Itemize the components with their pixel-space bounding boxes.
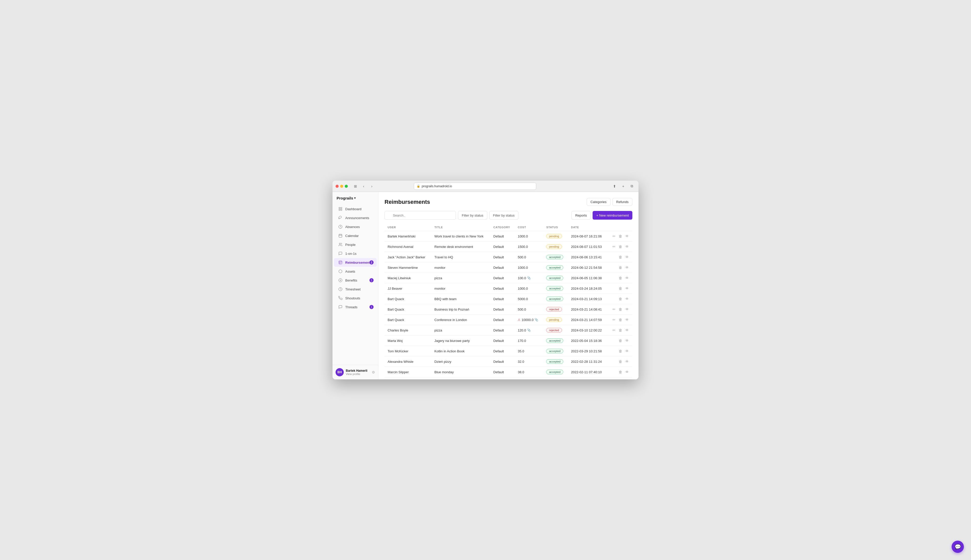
delete-action-icon[interactable]: 🗑 (618, 275, 623, 280)
status-badge: pending (546, 244, 562, 249)
cell-user: Marcin Slipper (384, 367, 431, 377)
svg-rect-5 (339, 234, 342, 237)
sidebar-nav: DashboardAnnouncementsAbsencesCalendarPe… (333, 203, 378, 365)
filter-status-2[interactable]: Filter by status (489, 211, 519, 220)
view-action-icon[interactable]: 👁 (625, 275, 629, 280)
cell-cost: 1500.0 (515, 242, 543, 252)
cell-category: Default (490, 346, 515, 357)
view-action-icon[interactable]: 👁 (625, 338, 629, 343)
sidebar-label-1on1s: 1-on-1s (345, 252, 356, 255)
cell-cost: 5000.0 (515, 294, 543, 304)
edit-action-icon[interactable]: ✏ (612, 317, 616, 322)
edit-action-icon[interactable]: ✏ (612, 244, 616, 249)
sidebar-item-timesheet[interactable]: Timesheet (334, 285, 377, 293)
attachment-icon: 📎 (535, 318, 538, 322)
cell-status: accepted (543, 346, 568, 357)
view-action-icon[interactable]: 👁 (625, 359, 629, 364)
delete-action-icon[interactable]: 🗑 (618, 348, 623, 353)
delete-action-icon[interactable]: 🗑 (618, 286, 623, 291)
sidebar-label-calendar: Calendar (345, 234, 359, 238)
col-date: DATE (568, 224, 607, 231)
view-action-icon[interactable]: 👁 (625, 348, 629, 353)
view-action-icon[interactable]: 👁 (625, 255, 629, 260)
delete-action-icon[interactable]: 🗑 (618, 338, 623, 343)
sidebar-item-announcements[interactable]: Announcements (334, 213, 377, 222)
view-action-icon[interactable]: 👁 (625, 233, 629, 239)
view-action-icon[interactable]: 👁 (625, 296, 629, 302)
sidebar-item-1on1s[interactable]: 1-on-1s (334, 249, 377, 258)
chat-fab-button[interactable]: 💬 (952, 541, 964, 553)
sidebar-item-dashboard[interactable]: Dashboard (334, 205, 377, 213)
badge-reimbursements: 2 (369, 260, 374, 265)
cell-title: Conference in London (431, 315, 490, 325)
view-action-icon[interactable]: 👁 (625, 328, 629, 333)
sidebar-label-benefits: Benefits (345, 278, 357, 282)
view-action-icon[interactable]: 👁 (625, 244, 629, 249)
delete-action-icon[interactable]: 🗑 (618, 233, 623, 239)
close-button[interactable] (336, 185, 339, 188)
sidebar-toggle[interactable]: ⊞ (352, 183, 359, 189)
delete-action-icon[interactable]: 🗑 (618, 317, 623, 322)
cell-cost: 500.0 (515, 252, 543, 262)
view-action-icon[interactable]: 👁 (625, 317, 629, 322)
sidebar-item-calendar[interactable]: Calendar (334, 231, 377, 240)
new-tab-button[interactable]: + (620, 183, 627, 189)
status-badge: accepted (546, 276, 563, 280)
maximize-button[interactable] (345, 185, 348, 188)
tabs-button[interactable]: ⧉ (628, 183, 635, 189)
cell-title: Business trip to Poznań (431, 304, 490, 315)
cell-actions: 🗑👁 (607, 357, 632, 367)
cost-value: 100.0 (518, 276, 526, 280)
edit-action-icon[interactable]: ✏ (612, 328, 616, 333)
delete-action-icon[interactable]: 🗑 (618, 265, 623, 270)
threads-icon (338, 305, 343, 309)
sidebar-item-absences[interactable]: Absences (334, 222, 377, 231)
reports-button[interactable]: Reports (572, 211, 591, 220)
app-window: ⊞ ‹ › 🔒 prograils.humadroid.io ⬆ + ⧉ Pro… (333, 181, 638, 379)
status-badge: accepted (546, 265, 563, 270)
edit-action-icon[interactable]: ✏ (612, 307, 616, 312)
view-profile-link[interactable]: View profile (346, 372, 370, 375)
filter-status-1[interactable]: Filter by status (458, 211, 487, 220)
delete-action-icon[interactable]: 🗑 (618, 307, 623, 312)
user-settings-icon[interactable]: ⚙ (372, 370, 375, 374)
sidebar-item-benefits[interactable]: Benefits1 (334, 276, 377, 285)
table-row: JJ BeavermonitorDefault1000.0accepted202… (384, 283, 632, 294)
delete-action-icon[interactable]: 🗑 (618, 255, 623, 260)
sidebar-item-people[interactable]: People (334, 240, 377, 249)
refunds-button[interactable]: Refunds (612, 198, 632, 206)
assets-icon (338, 269, 343, 273)
sidebar-item-threads[interactable]: Threads1 (334, 303, 377, 311)
table-head: USERTITLECATEGORYCOSTSTATUSDATE (384, 224, 632, 231)
share-button[interactable]: ⬆ (611, 183, 618, 189)
new-reimbursement-button[interactable]: + New reimbursement (593, 211, 632, 220)
col-cost: COST (515, 224, 543, 231)
cell-status: accepted (543, 294, 568, 304)
view-action-icon[interactable]: 👁 (625, 307, 629, 312)
table-row: Bart QuackConference in LondonDefault⚠10… (384, 315, 632, 325)
delete-action-icon[interactable]: 🗑 (618, 359, 623, 364)
sidebar-item-reimbursements[interactable]: Reimbursements2 (334, 258, 377, 267)
status-badge: accepted (546, 359, 563, 364)
view-action-icon[interactable]: 👁 (625, 265, 629, 270)
delete-action-icon[interactable]: 🗑 (618, 296, 623, 302)
back-button[interactable]: ‹ (360, 183, 367, 189)
delete-action-icon[interactable]: 🗑 (618, 370, 623, 375)
sidebar-item-shoutouts[interactable]: Shoutouts (334, 294, 377, 302)
edit-action-icon[interactable]: ✏ (612, 233, 616, 239)
categories-button[interactable]: Categories (587, 198, 610, 206)
search-input[interactable] (384, 211, 456, 220)
forward-button[interactable]: › (368, 183, 375, 189)
view-action-icon[interactable]: 👁 (625, 286, 629, 291)
cell-title: Work travel to clients in New York (431, 231, 490, 242)
url-bar[interactable]: 🔒 prograils.humadroid.io (414, 183, 536, 190)
view-action-icon[interactable]: 👁 (625, 370, 629, 375)
sidebar-logo: Prograils ▾ (333, 192, 378, 203)
delete-action-icon[interactable]: 🗑 (618, 244, 623, 249)
titlebar: ⊞ ‹ › 🔒 prograils.humadroid.io ⬆ + ⧉ (333, 181, 638, 192)
cell-user: Steven Hammertime (384, 262, 431, 273)
minimize-button[interactable] (340, 185, 343, 188)
sidebar-item-assets[interactable]: Assets (334, 267, 377, 276)
delete-action-icon[interactable]: 🗑 (618, 328, 623, 333)
cell-cost: 1000.0 (515, 231, 543, 242)
